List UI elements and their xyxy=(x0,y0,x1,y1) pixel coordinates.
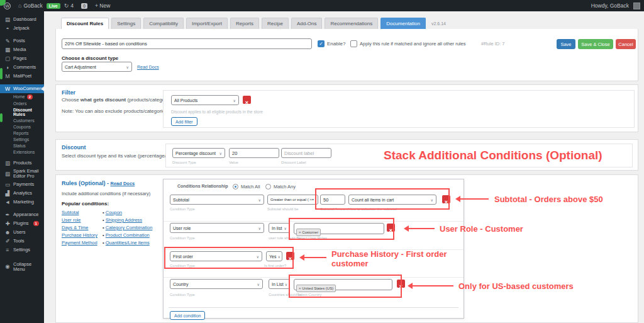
sidebar-item-tools[interactable]: ✐Tools xyxy=(0,237,44,246)
sidebar-sub-coupons[interactable]: Coupons xyxy=(0,123,44,130)
conditions-panel: Conditions Relationship Match All Match … xyxy=(163,179,464,319)
popular-link-user-role[interactable]: User role xyxy=(62,217,80,223)
sidebar-sub-customers[interactable]: Customers xyxy=(0,117,44,123)
match-all-label: Match All xyxy=(241,184,260,190)
match-any-radio[interactable] xyxy=(265,184,271,190)
discount-value-input[interactable] xyxy=(229,148,279,158)
rules-read-docs-link[interactable]: Read Docs xyxy=(111,181,135,186)
sidebar-item-media[interactable]: ▦Media xyxy=(0,45,44,54)
cancel-button[interactable]: Cancel xyxy=(616,39,636,49)
remove-condition-button[interactable] xyxy=(442,195,450,203)
add-condition-button[interactable]: Add condition xyxy=(170,311,205,320)
condition-type-select[interactable]: User role xyxy=(170,223,264,233)
popular-link-subtotal[interactable]: Subtotal xyxy=(62,210,79,215)
add-filter-button[interactable]: Add filter xyxy=(171,117,197,126)
howdy-menu[interactable]: Howdy, GoBack xyxy=(587,0,644,11)
new-menu[interactable]: + New xyxy=(91,0,114,11)
sidebar-sub-status[interactable]: Status xyxy=(0,142,44,149)
user-roles-multiselect[interactable]: Customer xyxy=(294,223,384,234)
sidebar-item-jetpack[interactable]: ◓Jetpack xyxy=(0,24,44,33)
updates-menu[interactable]: ↻4 xyxy=(60,0,77,11)
save-close-button[interactable]: Save & Close xyxy=(578,39,613,49)
sidebar-item-marketing[interactable]: ◄Marketing xyxy=(0,198,44,207)
remove-filter-button[interactable] xyxy=(243,96,251,104)
filter-products-select[interactable]: All Products xyxy=(171,95,239,105)
sidebar-item-appearance[interactable]: ✒Appearance xyxy=(0,210,44,219)
selected-country-tag[interactable]: United States (US) xyxy=(296,285,336,292)
popular-link-payment-method[interactable]: Payment Method xyxy=(62,240,97,246)
sidebar-sub-extensions[interactable]: Extensions xyxy=(0,149,44,155)
site-name: GoBack xyxy=(23,3,42,9)
annotation-purchase-text: Purchase History - First ordercustomer xyxy=(331,250,448,269)
tab-add-ons[interactable]: Add-Ons xyxy=(291,18,323,29)
sidebar-sub-discount-rules[interactable]: Discount Rules xyxy=(0,106,44,117)
remove-condition-button[interactable] xyxy=(286,252,294,260)
remove-condition-button[interactable] xyxy=(387,224,395,232)
discount-type-select[interactable]: Cart Adjustment xyxy=(62,62,132,72)
sidebar-item-posts[interactable]: ✎Posts xyxy=(0,37,44,45)
comments-menu[interactable]: 0 xyxy=(77,0,91,11)
sidebar-item-dashboard[interactable]: ▤Dashboard xyxy=(0,15,44,24)
sidebar-item-users[interactable]: ☻Users xyxy=(0,228,44,237)
tab-discount-rules[interactable]: Discount Rules xyxy=(61,18,109,29)
condition-type-select[interactable]: Country xyxy=(170,279,263,289)
subtotal-amount-input[interactable] xyxy=(320,195,345,205)
read-docs-link[interactable]: Read Docs xyxy=(137,65,159,69)
sidebar-sub-settings[interactable]: Settings xyxy=(0,136,44,142)
sidebar-sub-home[interactable]: Home2 xyxy=(0,93,44,100)
popular-link-coupon[interactable]: Coupon xyxy=(106,210,122,215)
notification-badge: 2 xyxy=(27,94,33,99)
sidebar-item-comments[interactable]: ◗Comments xyxy=(0,63,44,72)
tab-compatibility[interactable]: Compatibility xyxy=(143,18,184,29)
sidebar-sub-orders[interactable]: Orders xyxy=(0,100,44,106)
howdy-label: Howdy, GoBack xyxy=(591,3,629,9)
sidebar-item-woocommerce[interactable]: WWooCommerce xyxy=(0,84,44,93)
first-order-select[interactable]: Yes xyxy=(266,251,282,261)
discount-label-input[interactable] xyxy=(281,148,331,158)
annotation-user-role-text: User Role - Customer xyxy=(440,224,523,234)
sidebar-item-pages[interactable]: ▢Pages xyxy=(0,54,44,63)
rule-title-input[interactable] xyxy=(62,38,312,49)
admin-sidebar: ▤Dashboard ◓Jetpack ✎Posts ▦Media ▢Pages… xyxy=(0,11,44,323)
country-operator-select[interactable]: In List xyxy=(269,279,290,289)
sidebar-item-plugins[interactable]: ✚Plugins1 xyxy=(0,219,44,228)
filter-heading: Filter xyxy=(62,89,75,96)
sidebar-sub-reports[interactable]: Reports xyxy=(0,130,44,136)
popular-link-days-time[interactable]: Days & Time xyxy=(62,225,89,230)
subtotal-operator-select[interactable]: Greater than or equal ( >= ) xyxy=(267,195,318,205)
version-label: v2.6.14 xyxy=(431,21,446,26)
apply-rule-checkbox[interactable] xyxy=(350,40,357,47)
tab-documentation[interactable]: Documentation xyxy=(380,18,426,29)
site-menu[interactable]: ⌂GoBack xyxy=(14,0,47,11)
subtotal-calc-select[interactable]: Count all items in cart xyxy=(348,195,436,205)
tab-recipe[interactable]: Recipe xyxy=(262,18,289,29)
popular-link-product-combination[interactable]: Product Combination xyxy=(106,232,150,238)
country-multiselect[interactable]: United States (US) xyxy=(294,279,392,290)
user-role-operator-select[interactable]: In list xyxy=(269,223,290,233)
media-icon: ▦ xyxy=(4,47,11,53)
tab-recommendations[interactable]: Recommendations xyxy=(325,18,378,29)
condition-type-select[interactable]: Subtotal xyxy=(170,195,264,205)
tab-reports[interactable]: Reports xyxy=(230,18,259,29)
popular-link-quantities[interactable]: Quantities/Line items xyxy=(106,240,150,246)
sidebar-item-settings[interactable]: ≡Settings xyxy=(0,246,44,254)
selected-role-tag[interactable]: Customer xyxy=(296,229,321,236)
sidebar-item-products[interactable]: ▥Products xyxy=(0,159,44,167)
discount-type-value-select[interactable]: Percentage discount xyxy=(172,148,225,158)
condition-type-sublabel: Condition Type xyxy=(170,207,195,211)
tab-settings[interactable]: Settings xyxy=(111,18,141,29)
popular-link-shipping-address[interactable]: Shipping Address xyxy=(106,217,142,223)
sidebar-item-spark-email-editor[interactable]: ▧Spark Email Editor Pro xyxy=(0,167,44,180)
popular-link-purchase-history[interactable]: Purchase History xyxy=(62,232,97,238)
sidebar-item-payments[interactable]: ▭Payments xyxy=(0,180,44,189)
condition-type-select[interactable]: First order xyxy=(170,251,262,261)
sidebar-item-mailpoet[interactable]: MMailPoet xyxy=(0,72,44,81)
match-all-radio[interactable] xyxy=(233,184,238,190)
save-button[interactable]: Save xyxy=(557,39,575,49)
enable-checkbox[interactable] xyxy=(318,40,325,47)
sidebar-item-analytics[interactable]: ▟Analytics xyxy=(0,189,44,198)
sidebar-item-collapse-menu[interactable]: ◉Collapse Menu xyxy=(0,261,44,273)
tab-import-export[interactable]: Import/Export xyxy=(186,18,228,29)
sidebar-label: Tools xyxy=(13,239,25,244)
popular-link-category-combination[interactable]: Category Combination xyxy=(106,225,153,230)
